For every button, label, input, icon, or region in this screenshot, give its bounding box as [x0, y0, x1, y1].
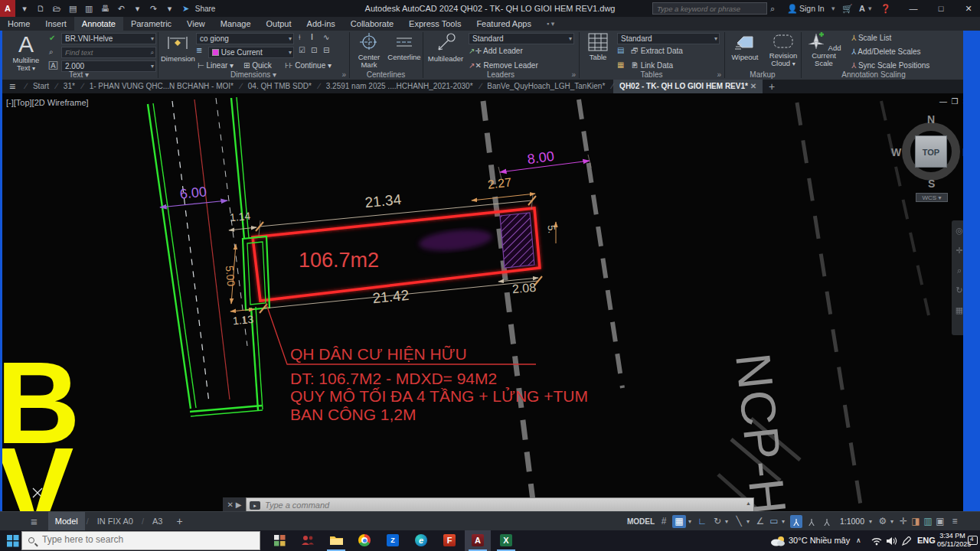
dim-text-icon[interactable]: Ⅰ — [311, 33, 313, 41]
weather-icon[interactable] — [770, 536, 786, 546]
dim-jog-icon[interactable]: ∿ — [323, 33, 329, 41]
language-indicator[interactable]: ENG — [917, 530, 936, 551]
tab-home[interactable]: Home — [0, 17, 38, 31]
file-tab-3-2591[interactable]: 3.2591 nam 2025 ....HCHANH_2021-2030* — [320, 80, 479, 93]
taskbar-app-explorer[interactable] — [323, 530, 349, 551]
dim-opt3-icon[interactable]: ⊟ — [323, 46, 329, 54]
dimension-button[interactable]: Dimension — [161, 32, 194, 63]
new-drawing-tab-button[interactable]: + — [763, 80, 781, 93]
graphics-performance-icon[interactable]: ▥ — [922, 512, 934, 531]
add-delete-scales-button[interactable]: ⅄ Add/Delete Scales — [851, 47, 921, 56]
layout-tab-in-fix-a0[interactable]: IN FIX A0 — [90, 512, 140, 531]
annotation-monitor-icon[interactable]: ✛ — [897, 512, 910, 531]
taskbar-app-pdf[interactable]: F — [436, 530, 462, 551]
remove-leader-button[interactable]: ↗✕ Remove Leader — [469, 61, 538, 70]
viewport-minimize-icon[interactable]: — — [938, 97, 949, 106]
taskbar-app-autocad[interactable]: A — [465, 530, 491, 551]
file-tab-start[interactable]: Start — [27, 80, 55, 93]
table-export-icon[interactable]: ▤ — [617, 46, 624, 54]
center-mark-button[interactable]: Center Mark — [352, 32, 386, 69]
snap-caret-icon[interactable]: ▾ — [686, 512, 694, 531]
help-icon[interactable]: ❓ — [880, 0, 891, 17]
taskbar-app-store[interactable] — [266, 530, 292, 551]
command-grip[interactable]: ✕ ▶ — [223, 497, 246, 511]
viewcube-top-face[interactable]: TOP — [915, 135, 947, 168]
gear-caret-icon[interactable]: ▾ — [888, 512, 896, 531]
table-button[interactable]: Table — [582, 32, 614, 61]
drawing-canvas[interactable]: 6.00 21.34 — [2, 93, 968, 511]
sign-in-link[interactable]: Sign In — [799, 0, 825, 17]
scale-caret-icon[interactable]: ▾ — [867, 512, 874, 531]
annotation-scale-value[interactable]: 1:1000 — [836, 512, 868, 531]
link-data-button[interactable]: 🖹 Link Data — [631, 61, 673, 70]
taskbar-app-excel[interactable]: X — [493, 530, 519, 551]
spell-check-icon[interactable]: ✔ — [49, 34, 55, 42]
help-search-input[interactable] — [652, 2, 767, 15]
file-tab-qh02-active[interactable]: QH02 - TK- QH LO GIOI HEM REV1* ✕ — [613, 80, 763, 93]
file-tab-close-icon[interactable]: ✕ — [750, 82, 756, 90]
isodraft-caret-icon[interactable]: ▾ — [744, 512, 752, 531]
file-tab-banve[interactable]: BanVe_QuyHoach_LGH_TanKien* — [481, 80, 611, 93]
clean-screen-icon[interactable]: ▣ — [934, 512, 946, 531]
viewport-restore-icon[interactable]: ❐ — [949, 97, 960, 106]
tray-chevron-icon[interactable]: ∧ — [856, 530, 861, 551]
tab-annotate[interactable]: Annotate — [74, 17, 123, 31]
clock[interactable]: 3:34 PM 05/11/2025 — [937, 532, 968, 549]
layout-tab-a3[interactable]: A3 — [145, 512, 169, 531]
sync-scale-positions-button[interactable]: ⅄ Sync Scale Positions — [851, 61, 929, 70]
pen-icon[interactable] — [902, 536, 911, 546]
lot-boundary[interactable] — [253, 208, 540, 301]
dim-break-icon[interactable]: ⟊ — [299, 33, 301, 42]
ortho-mode-icon[interactable]: ∟ — [695, 512, 709, 531]
multiline-text-button[interactable]: A Multiline Text ▾ — [6, 32, 46, 73]
file-tab-qh-tmb[interactable]: 04. QH TMB SDD* — [242, 80, 318, 93]
tab-output[interactable]: Output — [259, 17, 299, 31]
text-style-dropdown[interactable]: BR.VNI-Helve▾ — [61, 33, 156, 44]
command-field[interactable]: ▸ ▲ — [246, 497, 754, 511]
table-link-icon[interactable]: ▦ — [617, 60, 624, 69]
command-expand-icon[interactable]: ▲ — [746, 500, 751, 506]
customization-icon[interactable]: ≡ — [948, 512, 962, 531]
dim-opt1-icon[interactable]: ☑ — [299, 46, 305, 54]
text-panel-label[interactable]: Text ▾ — [0, 70, 158, 79]
wifi-icon[interactable] — [871, 536, 882, 546]
find-text-box[interactable]: ⌕ — [61, 47, 156, 58]
volume-icon[interactable] — [887, 536, 897, 546]
viewcube-west[interactable]: W — [891, 146, 901, 158]
tab-collaborate[interactable]: Collaborate — [343, 17, 401, 31]
polar-caret-icon[interactable]: ▾ — [723, 512, 730, 531]
tab-featured-apps[interactable]: Featured Apps — [469, 17, 539, 31]
find-text-input[interactable] — [65, 48, 142, 57]
user-icon[interactable]: 👤 — [787, 0, 798, 17]
annotation-visibility-icon[interactable]: Y — [790, 515, 802, 528]
notification-icon[interactable]: 4 — [968, 536, 978, 545]
taskbar-app-people[interactable] — [295, 530, 321, 551]
viewport-label[interactable]: [-][Top][2D Wireframe] — [6, 98, 89, 107]
osnap-tracking-icon[interactable]: ∠ — [753, 512, 767, 531]
taskbar-app-edge[interactable]: e — [408, 530, 434, 551]
signin-caret-icon[interactable]: ▾ — [831, 0, 835, 17]
dimensions-panel-label[interactable]: Dimensions ▾ » — [158, 70, 349, 79]
command-input[interactable] — [265, 499, 724, 510]
add-current-scale-button[interactable]: Add Current Scale — [802, 32, 845, 67]
tab-parametric[interactable]: Parametric — [123, 17, 179, 31]
new-layout-button[interactable]: + — [169, 512, 189, 531]
viewcube[interactable]: N W E S TOP — [894, 115, 968, 188]
centerline-button[interactable]: Centerline — [387, 32, 421, 61]
osnap-caret-icon[interactable]: ▾ — [779, 512, 787, 531]
command-line[interactable]: ✕ ▶ ▸ ▲ — [223, 497, 754, 511]
extract-data-button[interactable]: 🗗 Extract Data — [631, 47, 683, 55]
grid-display-icon[interactable]: # — [657, 512, 671, 531]
mleader-style-dropdown[interactable]: Standard▾ — [469, 33, 574, 44]
linear-button[interactable]: ⊢ Linear ▾ — [198, 61, 234, 70]
tables-panel-label[interactable]: Tables » — [579, 70, 724, 79]
ribbon-display-toggle-icon[interactable]: ▪ ▾ — [539, 17, 562, 31]
dim-style-dropdown[interactable]: co giong▾ — [196, 33, 294, 44]
wcs-dropdown[interactable]: WCS ▾ — [916, 193, 948, 202]
a-caret-icon[interactable]: ▾ — [868, 0, 872, 17]
autodesk-a-icon[interactable]: A — [859, 0, 865, 17]
file-tab-menu-icon[interactable]: ≡ — [0, 80, 24, 93]
taskbar-app-zalo[interactable]: Z — [380, 530, 406, 551]
tab-insert[interactable]: Insert — [38, 17, 74, 31]
multileader-button[interactable]: Multileader — [426, 32, 466, 63]
